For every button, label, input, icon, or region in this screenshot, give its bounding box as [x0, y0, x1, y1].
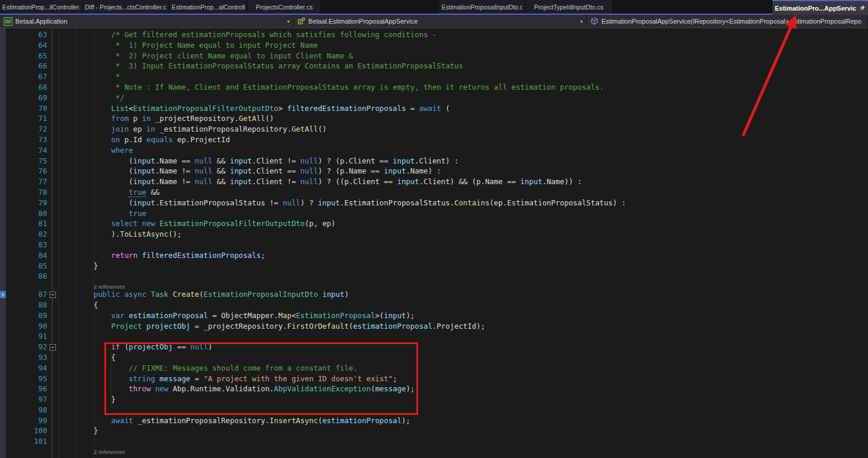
code-text[interactable] [58, 436, 868, 447]
code-line[interactable]: 84return filteredEstimationProposals; [0, 250, 868, 261]
code-text[interactable]: ).ToListAsync(); [58, 229, 868, 240]
code-text[interactable]: * 1) Project Name equal to input Project… [58, 40, 868, 51]
code-line[interactable]: 70List<EstimationProposalFilterOutputDto… [0, 103, 868, 114]
margin-marker-icon[interactable]: ↑ [0, 291, 6, 298]
code-text[interactable]: join ep in _estimationProposalRepository… [58, 124, 868, 135]
code-line[interactable]: 73on p.Id equals ep.ProjectId [0, 135, 868, 145]
code-text[interactable]: string message = "A project with the giv… [58, 374, 868, 384]
code-text[interactable]: await _estimationProposalRepository.Inse… [58, 416, 868, 426]
code-line[interactable]: 75(input.Name == null && input.Client !=… [0, 156, 868, 166]
code-text[interactable]: } [58, 261, 868, 271]
fold-collapse-icon[interactable] [50, 292, 56, 298]
code-line[interactable]: 69*/ [0, 93, 868, 103]
code-line[interactable]: 86 [0, 271, 868, 282]
code-editor[interactable]: 63/* Get filtered estimationProposals wh… [0, 28, 868, 458]
code-line[interactable]: 98 [0, 405, 868, 416]
code-text[interactable] [58, 271, 868, 282]
code-text[interactable]: public async Task Create(EstimationPropo… [58, 289, 868, 300]
code-text[interactable]: * 3) Input EstimationProposalStatus arra… [58, 61, 868, 71]
code-text[interactable]: (input.Name != null && input.Client != n… [58, 176, 868, 187]
code-line[interactable]: 85} [0, 261, 868, 271]
code-line[interactable]: 77(input.Name != null && input.Client !=… [0, 176, 868, 187]
member-dropdown[interactable]: EstimationProposalAppService(IRepository… [587, 15, 868, 28]
code-text[interactable]: { [58, 300, 868, 310]
code-text[interactable]: var estimationProposal = ObjectMapper.Ma… [58, 310, 868, 321]
code-text[interactable]: * 2) Project client Name equal to input … [58, 51, 868, 61]
fold-collapse-icon[interactable] [50, 344, 56, 351]
code-line[interactable]: 83 [0, 240, 868, 250]
code-line[interactable]: 101 [0, 436, 868, 447]
code-line[interactable]: 66* 3) Input EstimationProposalStatus ar… [0, 61, 868, 71]
code-line[interactable]: 94// FIXME: Messages should come from a … [0, 363, 868, 374]
code-text[interactable]: } [58, 394, 868, 405]
code-text[interactable]: (input.EstimationProposalStatus != null)… [58, 198, 868, 208]
code-text[interactable] [58, 240, 868, 250]
editor-tab[interactable]: ProjectTypeIdInputDto.cs [525, 0, 613, 14]
code-text[interactable]: Project projectObj = _projectRepository.… [58, 321, 868, 332]
code-text[interactable]: List<EstimationProposalFilterOutputDto> … [58, 103, 868, 114]
active-editor-tab[interactable]: EstimationPro...AppService.cs [772, 0, 868, 15]
code-text[interactable]: */ [58, 93, 868, 103]
code-line[interactable]: 64* 1) Project Name equal to input Proje… [0, 40, 868, 51]
code-text[interactable]: (input.Name != null && input.Client == n… [58, 166, 868, 176]
line-number: 83 [0, 240, 47, 250]
code-line[interactable]: 76(input.Name != null && input.Client ==… [0, 166, 868, 176]
code-text[interactable]: throw new Abp.Runtime.Validation.AbpVali… [58, 384, 868, 394]
code-line[interactable]: 74where [0, 145, 868, 156]
code-line[interactable]: 99await _estimationProposalRepository.In… [0, 416, 868, 426]
code-line[interactable]: 96throw new Abp.Runtime.Validation.AbpVa… [0, 384, 868, 394]
code-text[interactable]: (input.Name == null && input.Client != n… [58, 156, 868, 166]
code-text[interactable]: * Note : If Name, Client and EstimationP… [58, 82, 868, 93]
code-text[interactable]: } [58, 426, 868, 436]
code-line[interactable]: 63/* Get filtered estimationProposals wh… [0, 30, 868, 40]
code-line[interactable]: 89var estimationProposal = ObjectMapper.… [0, 310, 868, 321]
pin-icon[interactable] [859, 5, 866, 12]
code-text[interactable]: /* Get filtered estimationProposals whic… [58, 30, 868, 40]
code-text[interactable]: true [58, 208, 868, 219]
code-line[interactable]: 71from p in _projectRepository.GetAll() [0, 113, 868, 124]
outlining-margin [47, 240, 58, 250]
code-line[interactable]: 68* Note : If Name, Client and Estimatio… [0, 82, 868, 93]
code-line[interactable]: 93{ [0, 352, 868, 363]
code-line[interactable]: 82).ToListAsync(); [0, 229, 868, 240]
code-text[interactable]: if (projectObj == null) [58, 342, 868, 352]
code-line[interactable]: 97} [0, 394, 868, 405]
code-text[interactable]: // FIXME: Messages should come from a co… [58, 363, 868, 374]
code-line[interactable]: 67* [0, 71, 868, 82]
code-line[interactable]: 90Project projectObj = _projectRepositor… [0, 321, 868, 332]
editor-tab[interactable]: EstimationProp...alController.cs [169, 0, 248, 14]
code-text[interactable]: where [58, 145, 868, 156]
code-line[interactable]: 88{ [0, 300, 868, 310]
editor-tab[interactable]: Diff - Projects...ctsController.cs [83, 0, 169, 14]
code-line[interactable]: 65* 2) Project client Name equal to inpu… [0, 51, 868, 61]
project-dropdown[interactable]: C# Betaal.Application ▾ [0, 15, 294, 28]
code-line[interactable]: ↑87public async Task Create(EstimationPr… [0, 289, 868, 300]
code-line[interactable]: 72join ep in _estimationProposalReposito… [0, 124, 868, 135]
code-text[interactable]: return filteredEstimationProposals; [58, 250, 868, 261]
code-line[interactable]: 81select new EstimationProposalFilterOut… [0, 218, 868, 229]
code-text[interactable]: select new EstimationProposalFilterOutpu… [58, 218, 868, 229]
line-number: 86 [0, 271, 47, 282]
code-text[interactable]: * [58, 71, 868, 82]
code-line[interactable]: 100} [0, 426, 868, 436]
codelens-references-link[interactable]: 2 references [94, 449, 125, 455]
editor-tab[interactable]: EstimationProposalInputDto.cs [439, 0, 525, 14]
code-line[interactable]: 79(input.EstimationProposalStatus != nul… [0, 198, 868, 208]
outlining-margin [47, 40, 58, 51]
code-line[interactable]: 80true [0, 208, 868, 219]
code-text[interactable]: true && [58, 187, 868, 198]
code-line[interactable]: 95string message = "A project with the g… [0, 374, 868, 384]
editor-tab[interactable]: ProjectsController.cs [248, 0, 321, 14]
code-text[interactable]: from p in _projectRepository.GetAll() [58, 113, 868, 124]
outlining-margin [47, 250, 58, 261]
code-line[interactable]: 92if (projectObj == null) [0, 342, 868, 352]
code-text[interactable] [58, 331, 868, 342]
code-line[interactable]: 78true && [0, 187, 868, 198]
code-text[interactable]: { [58, 352, 868, 363]
line-number: 71 [0, 113, 47, 124]
code-text[interactable] [58, 405, 868, 416]
code-line[interactable]: 91 [0, 331, 868, 342]
code-text[interactable]: on p.Id equals ep.ProjectId [58, 135, 868, 145]
type-dropdown[interactable]: Betaal.EstimationProposalAppService ▾ [294, 15, 587, 28]
editor-tab[interactable]: EstimationProp...ilController.cs [0, 0, 83, 14]
